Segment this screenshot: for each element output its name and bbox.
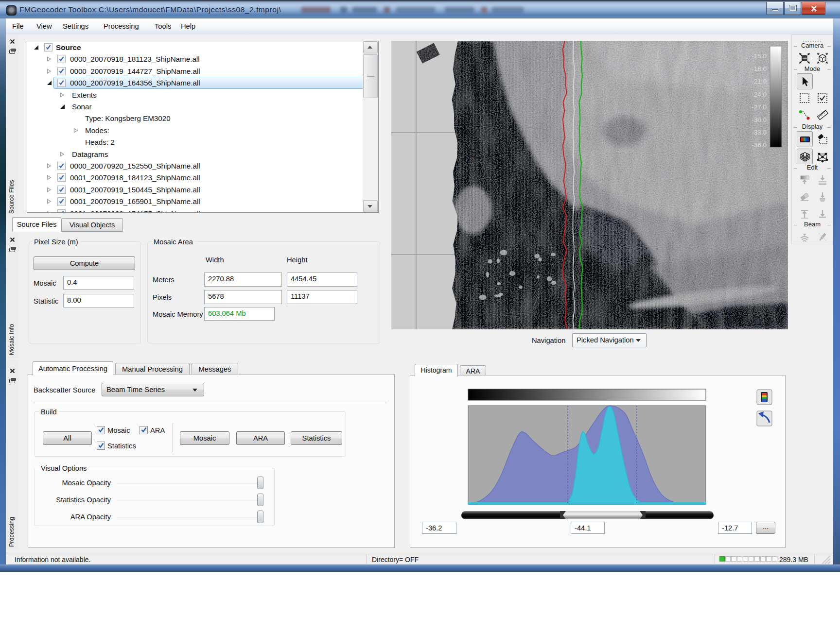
svg-text:-33.0: -33.0 — [752, 129, 767, 136]
svg-text:-18.0: -18.0 — [752, 65, 767, 72]
svg-text:-21.0: -21.0 — [752, 78, 767, 85]
svg-text:-36.0: -36.0 — [752, 141, 767, 149]
svg-text:-15.0: -15.0 — [752, 52, 767, 60]
svg-text:-27.0: -27.0 — [752, 103, 767, 111]
svg-text:-30.0: -30.0 — [752, 116, 767, 123]
svg-text:-24.0: -24.0 — [752, 91, 767, 98]
